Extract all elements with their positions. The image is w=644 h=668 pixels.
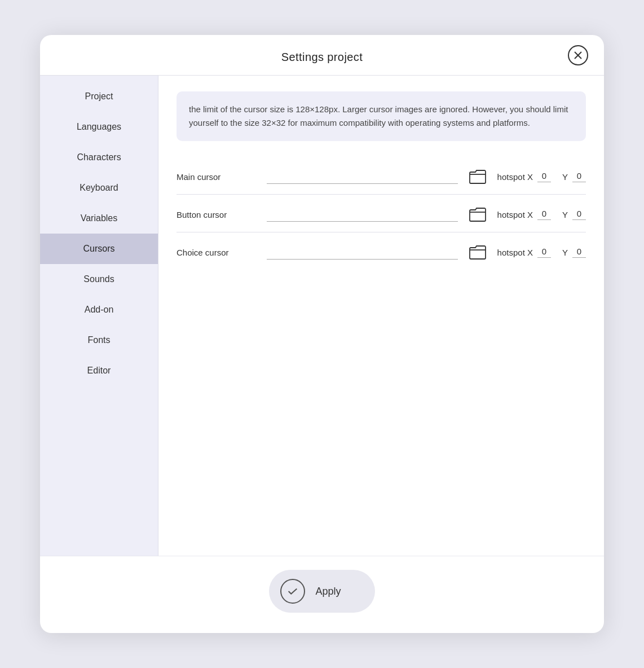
main-cursor-label: Main cursor (177, 172, 267, 182)
button-hotspot-group: hotspot X Y (497, 209, 586, 220)
sidebar-item-cursors[interactable]: Cursors (40, 234, 158, 264)
sidebar-item-project[interactable]: Project (40, 81, 158, 112)
apply-button[interactable]: Apply (269, 570, 374, 613)
sidebar-item-keyboard[interactable]: Keyboard (40, 173, 158, 203)
choice-hotspot-y-input[interactable] (572, 247, 586, 258)
cursor-row-main: Main cursor hotspot X Y (177, 157, 586, 195)
dialog-header: Settings project (40, 35, 604, 76)
choice-hotspot-y-label: Y (562, 248, 568, 257)
apply-label: Apply (315, 586, 341, 597)
main-hotspot-x-input[interactable] (537, 171, 551, 182)
button-hotspot-y-label: Y (562, 210, 568, 219)
sidebar: Project Languages Characters Keyboard Va… (40, 76, 158, 556)
main-hotspot-group: hotspot X Y (497, 171, 586, 182)
choice-cursor-label: Choice cursor (177, 248, 267, 257)
sidebar-item-languages[interactable]: Languages (40, 112, 158, 142)
cursor-row-choice: Choice cursor hotspot X Y (177, 232, 586, 270)
main-cursor-folder-icon[interactable] (467, 166, 488, 187)
button-cursor-input[interactable] (267, 208, 458, 222)
close-button[interactable] (568, 45, 588, 65)
sidebar-item-editor[interactable]: Editor (40, 355, 158, 386)
sidebar-item-fonts[interactable]: Fonts (40, 325, 158, 355)
button-hotspot-x-label: hotspot X (497, 210, 533, 219)
choice-hotspot-x-input[interactable] (537, 247, 551, 258)
choice-hotspot-x-label: hotspot X (497, 248, 533, 257)
main-hotspot-y-input[interactable] (572, 171, 586, 182)
dialog-footer: Apply (40, 556, 604, 633)
main-hotspot-y-label: Y (562, 172, 568, 182)
main-hotspot-x-label: hotspot X (497, 172, 533, 182)
info-text: the limit of the cursor size is 128×128p… (189, 104, 568, 128)
info-box: the limit of the cursor size is 128×128p… (177, 91, 586, 141)
dialog-title: Settings project (281, 51, 363, 64)
checkmark-icon (280, 579, 305, 604)
button-cursor-folder-icon[interactable] (467, 204, 488, 225)
button-hotspot-y-input[interactable] (572, 209, 586, 220)
content-area: the limit of the cursor size is 128×128p… (158, 76, 604, 556)
button-hotspot-x-input[interactable] (537, 209, 551, 220)
dialog-body: Project Languages Characters Keyboard Va… (40, 76, 604, 556)
sidebar-item-characters[interactable]: Characters (40, 142, 158, 173)
choice-hotspot-group: hotspot X Y (497, 247, 586, 258)
sidebar-item-addon[interactable]: Add-on (40, 295, 158, 325)
settings-dialog: Settings project Project Languages Chara… (40, 35, 604, 633)
choice-cursor-input[interactable] (267, 245, 458, 260)
cursor-row-button: Button cursor hotspot X Y (177, 195, 586, 232)
choice-cursor-folder-icon[interactable] (467, 241, 488, 263)
main-cursor-input[interactable] (267, 170, 458, 184)
sidebar-item-variables[interactable]: Variables (40, 203, 158, 234)
sidebar-item-sounds[interactable]: Sounds (40, 264, 158, 295)
button-cursor-label: Button cursor (177, 210, 267, 219)
